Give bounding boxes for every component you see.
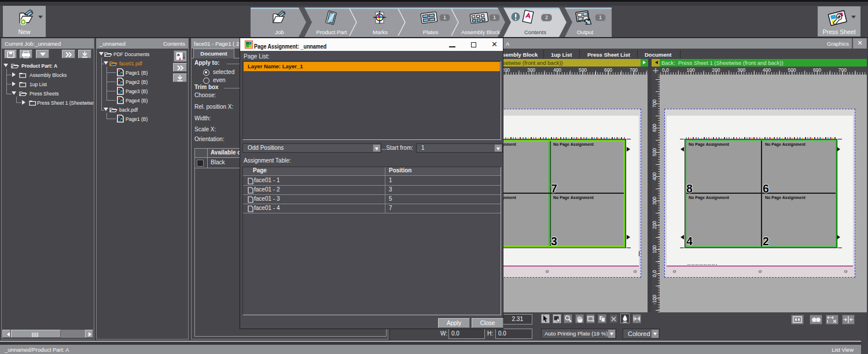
svg-text:z: z — [179, 56, 181, 61]
